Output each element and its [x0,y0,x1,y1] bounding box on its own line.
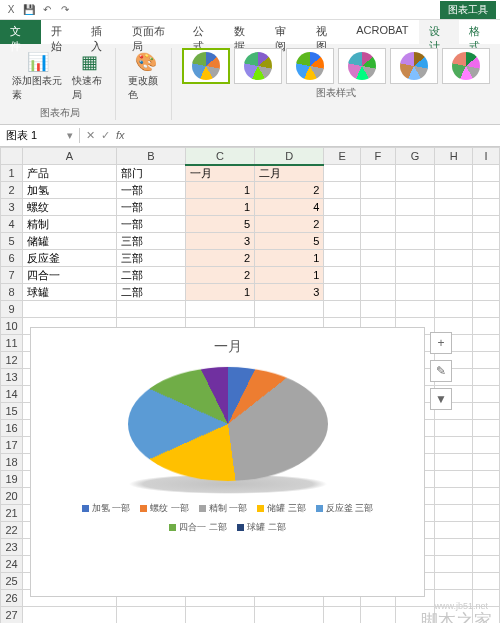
col-F[interactable]: F [360,148,395,165]
name-box[interactable]: 图表 1 ▾ [0,128,80,143]
cell[interactable] [435,454,473,471]
cell[interactable]: 1 [185,284,254,301]
tab-design[interactable]: 设计 [419,20,460,44]
cell[interactable] [473,505,500,522]
cell[interactable] [473,182,500,199]
row-24[interactable]: 24 [1,556,23,573]
cell[interactable]: 二部 [116,284,185,301]
cell[interactable] [324,216,360,233]
cell[interactable] [473,471,500,488]
row-18[interactable]: 18 [1,454,23,471]
col-I[interactable]: I [473,148,500,165]
cell[interactable]: 一部 [116,182,185,199]
fx-icon[interactable]: fx [116,129,125,142]
chart-style-6[interactable] [442,48,490,84]
tab-file[interactable]: 文件 [0,20,41,44]
cell[interactable] [435,182,473,199]
cell[interactable] [360,607,395,624]
chart-title[interactable]: 一月 [31,338,424,356]
cell[interactable] [473,369,500,386]
row-11[interactable]: 11 [1,335,23,352]
cell[interactable] [473,335,500,352]
cell[interactable] [435,233,473,250]
cell[interactable] [360,216,395,233]
row-5[interactable]: 5 [1,233,23,250]
cell[interactable] [473,165,500,182]
cell[interactable] [435,301,473,318]
legend-item[interactable]: 球罐 二部 [237,521,286,534]
cell[interactable]: 3 [185,233,254,250]
row-12[interactable]: 12 [1,352,23,369]
cell[interactable] [395,216,434,233]
cell[interactable] [473,233,500,250]
row-1[interactable]: 1 [1,165,23,182]
chart-style-1[interactable] [182,48,230,84]
cell[interactable] [395,233,434,250]
cell[interactable]: 部门 [116,165,185,182]
cell[interactable]: 一部 [116,216,185,233]
cell[interactable]: 三部 [116,250,185,267]
cell[interactable]: 球罐 [23,284,117,301]
row-23[interactable]: 23 [1,539,23,556]
legend-item[interactable]: 四合一 二部 [169,521,227,534]
row-26[interactable]: 26 [1,590,23,607]
cell[interactable] [324,182,360,199]
row-17[interactable]: 17 [1,437,23,454]
chart-style-4[interactable] [338,48,386,84]
cell[interactable] [473,301,500,318]
legend-item[interactable]: 储罐 三部 [257,502,306,515]
cell[interactable] [324,199,360,216]
cell[interactable]: 2 [255,216,324,233]
cell[interactable] [324,301,360,318]
cell[interactable] [435,284,473,301]
cell[interactable] [473,352,500,369]
cell[interactable] [324,607,360,624]
tab-formula[interactable]: 公式 [183,20,224,44]
cell[interactable]: 2 [185,250,254,267]
cell[interactable] [473,403,500,420]
row-6[interactable]: 6 [1,250,23,267]
tab-data[interactable]: 数据 [224,20,265,44]
cell[interactable]: 3 [255,284,324,301]
chart-style-5[interactable] [390,48,438,84]
row-21[interactable]: 21 [1,505,23,522]
cell[interactable] [473,556,500,573]
legend-item[interactable]: 精制 一部 [199,502,248,515]
row-3[interactable]: 3 [1,199,23,216]
cell[interactable]: 产品 [23,165,117,182]
cell[interactable]: 二月 [255,165,324,182]
cell[interactable] [435,488,473,505]
row-10[interactable]: 10 [1,318,23,335]
cell[interactable] [360,267,395,284]
worksheet-grid[interactable]: A B C D E F G H I 1产品部门一月二月 2加氢一部123螺纹一部… [0,147,500,623]
tab-layout[interactable]: 页面布局 [122,20,183,44]
tab-view[interactable]: 视图 [306,20,347,44]
row-9[interactable]: 9 [1,301,23,318]
cancel-icon[interactable]: ✕ [86,129,95,142]
undo-icon[interactable]: ↶ [40,3,54,17]
cell[interactable] [473,250,500,267]
cell[interactable] [185,301,254,318]
cell[interactable] [395,199,434,216]
cell[interactable] [255,301,324,318]
cell[interactable]: 1 [255,250,324,267]
tab-insert[interactable]: 插入 [81,20,122,44]
cell[interactable] [473,267,500,284]
cell[interactable] [473,488,500,505]
chart-style-3[interactable] [286,48,334,84]
cell[interactable] [435,573,473,590]
cell[interactable] [435,522,473,539]
cell[interactable] [473,386,500,403]
cell[interactable] [435,199,473,216]
row-16[interactable]: 16 [1,420,23,437]
chart-styles-button[interactable]: ✎ [430,360,452,382]
cell[interactable] [473,573,500,590]
cell[interactable] [360,165,395,182]
cell[interactable] [473,454,500,471]
cell[interactable]: 4 [255,199,324,216]
cell[interactable] [435,250,473,267]
tab-start[interactable]: 开始 [41,20,82,44]
col-G[interactable]: G [395,148,434,165]
cell[interactable] [360,182,395,199]
cell[interactable] [435,471,473,488]
